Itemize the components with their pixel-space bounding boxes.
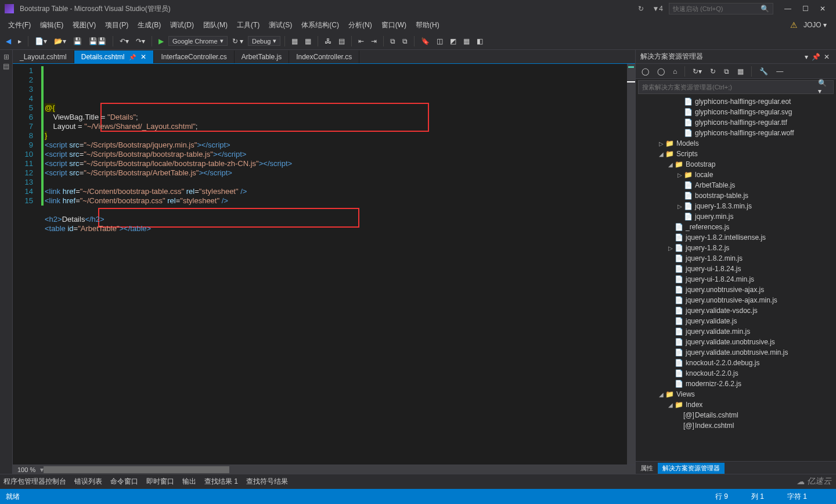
- panel-pin-icon[interactable]: 📌: [810, 53, 822, 61]
- menu-item[interactable]: 生成(B): [133, 19, 165, 31]
- file-tab[interactable]: ArbetTable.js: [235, 51, 289, 63]
- undo-button[interactable]: ↶▾: [117, 36, 131, 46]
- sync-icon[interactable]: ↻▾: [690, 66, 704, 77]
- chevron-icon[interactable]: ▷: [676, 203, 683, 210]
- output-tab[interactable]: 即时窗口: [146, 477, 174, 487]
- search-icon[interactable]: 🔍: [761, 5, 769, 13]
- menu-item[interactable]: 窗口(W): [377, 19, 411, 31]
- start-debug-button[interactable]: ▶: [156, 36, 166, 46]
- menu-item[interactable]: 测试(S): [264, 19, 297, 31]
- tool-icon-4[interactable]: ▤: [336, 36, 347, 46]
- menu-item[interactable]: 项目(P): [100, 19, 133, 31]
- tool-icon-2[interactable]: ▦: [302, 36, 314, 46]
- new-project-button[interactable]: 📄▾: [33, 36, 49, 46]
- tree-node[interactable]: 📄glyphicons-halflings-regular.ttf: [636, 117, 836, 128]
- tree-node[interactable]: 📄knockout-2.2.0.debug.js: [636, 358, 836, 368]
- bookmark-icon[interactable]: 🔖: [419, 36, 432, 46]
- hscroll-thumb[interactable]: [44, 466, 229, 473]
- menu-item[interactable]: 视图(V): [68, 19, 100, 31]
- solution-search[interactable]: 🔍▾: [638, 80, 834, 94]
- quick-launch-input[interactable]: [673, 5, 761, 12]
- tree-node[interactable]: ▷📄jquery-1.8.3.min.js: [636, 201, 836, 211]
- tree-node[interactable]: ◢📁Scripts: [636, 149, 836, 159]
- menu-item[interactable]: 工具(T): [232, 19, 264, 31]
- file-tab[interactable]: InterfaceController.cs: [154, 51, 234, 63]
- tool-icon-1[interactable]: ▦: [289, 36, 300, 46]
- copy-icon[interactable]: ⧉: [722, 66, 732, 77]
- show-all-icon[interactable]: ▦: [735, 66, 746, 77]
- menu-item[interactable]: 帮助(H): [411, 19, 444, 31]
- tree-node[interactable]: 📄jquery-1.8.2.intellisense.js: [636, 232, 836, 243]
- tool-icon-5[interactable]: ◫: [434, 36, 445, 46]
- tree-node[interactable]: 📄_references.js: [636, 222, 836, 232]
- menu-item[interactable]: 体系结构(C): [297, 19, 344, 31]
- tool-icon-7[interactable]: ▦: [461, 36, 472, 46]
- sync-icon[interactable]: ↻: [638, 5, 644, 13]
- tree-node[interactable]: [@]Details.cshtml: [636, 410, 836, 420]
- refresh-button[interactable]: ↻ ▾: [230, 36, 246, 46]
- solution-search-input[interactable]: [642, 84, 818, 91]
- tree-node[interactable]: 📄knockout-2.2.0.js: [636, 368, 836, 379]
- output-tab[interactable]: 查找符号结果: [246, 477, 288, 487]
- tree-node[interactable]: 📄ArbetTable.js: [636, 180, 836, 190]
- tree-node[interactable]: 📄bootstrap-table.js: [636, 190, 836, 201]
- panel-close-icon[interactable]: ✕: [822, 53, 831, 61]
- panel-menu-icon[interactable]: ▾: [803, 53, 810, 61]
- tool-icon-6[interactable]: ◩: [448, 36, 459, 46]
- indent-left-icon[interactable]: ⇤: [356, 36, 366, 46]
- tree-node[interactable]: 📄glyphicons-halflings-regular.eot: [636, 96, 836, 107]
- redo-button[interactable]: ↷▾: [134, 36, 147, 46]
- tree-node[interactable]: 📄jquery.validate.unobtrusive.min.js: [636, 347, 836, 358]
- server-explorer-icon[interactable]: ▤: [2, 62, 11, 71]
- output-tab[interactable]: 命令窗口: [110, 477, 138, 487]
- file-tab[interactable]: Details.cshtml 📌 ✕: [74, 51, 154, 63]
- refresh-tree-icon[interactable]: ↻: [708, 66, 718, 77]
- file-tab[interactable]: IndexController.cs: [289, 51, 359, 63]
- tree-node[interactable]: 📄jquery-ui-1.8.24.js: [636, 264, 836, 274]
- output-tab[interactable]: 程序包管理器控制台: [3, 477, 66, 487]
- menu-item[interactable]: 分析(N): [344, 19, 377, 31]
- tree-node[interactable]: 📄jquery.unobtrusive-ajax.js: [636, 285, 836, 295]
- nav-fwd-button[interactable]: ▸: [16, 36, 24, 46]
- tree-node[interactable]: [@]Index.cshtml: [636, 420, 836, 431]
- panel-tab[interactable]: 解决方案资源管理器: [658, 463, 725, 474]
- pin-icon[interactable]: 📌: [129, 54, 136, 60]
- tree-node[interactable]: ▷📄jquery-1.8.2.js: [636, 243, 836, 253]
- horizontal-scrollbar[interactable]: 100 %▾: [13, 465, 635, 474]
- home-icon[interactable]: ⌂: [671, 66, 679, 77]
- tree-node[interactable]: 📄jquery.validate-vsdoc.js: [636, 305, 836, 316]
- menu-item[interactable]: 编辑(E): [35, 19, 68, 31]
- warning-icon[interactable]: ⚠: [790, 20, 798, 30]
- menu-item[interactable]: 团队(M): [199, 19, 232, 31]
- tool-icon-3[interactable]: 🖧: [322, 36, 334, 46]
- save-button[interactable]: 💾: [71, 36, 84, 46]
- menu-item[interactable]: 文件(F): [3, 19, 35, 31]
- output-tab[interactable]: 输出: [182, 477, 196, 487]
- output-tab[interactable]: 错误列表: [74, 477, 102, 487]
- comment-icon[interactable]: ⧉: [388, 36, 398, 46]
- tree-node[interactable]: ▷📁Models: [636, 138, 836, 149]
- maximize-button[interactable]: ☐: [797, 3, 814, 15]
- output-tab[interactable]: 查找结果 1: [204, 477, 238, 487]
- config-select[interactable]: Debug ▾: [248, 36, 280, 46]
- chevron-icon[interactable]: ◢: [667, 161, 674, 168]
- uncomment-icon[interactable]: ⧉: [400, 36, 410, 46]
- minimize-button[interactable]: —: [779, 3, 797, 15]
- nav-back-icon[interactable]: ◯: [655, 66, 667, 77]
- browser-select[interactable]: Google Chrome ▾: [168, 36, 228, 46]
- tool-icon-8[interactable]: ◧: [474, 36, 485, 46]
- tree-node[interactable]: 📄glyphicons-halflings-regular.svg: [636, 107, 836, 117]
- tree-node[interactable]: ◢📁Bootstrap: [636, 159, 836, 170]
- open-file-button[interactable]: 📂▾: [52, 36, 69, 46]
- tree-node[interactable]: ◢📁Views: [636, 389, 836, 399]
- tree-node[interactable]: 📄jquery.validate.min.js: [636, 326, 836, 337]
- user-menu[interactable]: JOJO ▾: [803, 21, 827, 29]
- nav-home-icon[interactable]: ◯: [639, 66, 651, 77]
- chevron-icon[interactable]: ▷: [667, 245, 674, 251]
- code-editor[interactable]: 123456789101112131415 @{ ViewBag.Title =…: [13, 64, 635, 465]
- close-button[interactable]: ✕: [814, 3, 831, 15]
- panel-tab[interactable]: 属性: [636, 463, 658, 474]
- chevron-icon[interactable]: ▷: [658, 141, 665, 147]
- toolbox-icon[interactable]: ⊞: [2, 52, 11, 62]
- tree-node[interactable]: 📄jquery-ui-1.8.24.min.js: [636, 274, 836, 285]
